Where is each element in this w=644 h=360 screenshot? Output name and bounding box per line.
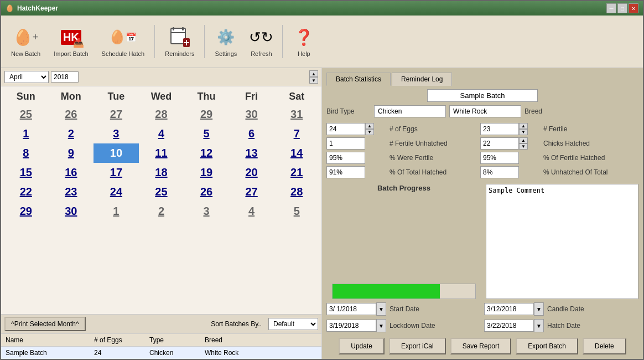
start-date-input[interactable] — [326, 303, 376, 315]
breed-input[interactable] — [449, 105, 521, 117]
cal-day[interactable]: 27 — [94, 105, 139, 124]
cal-day[interactable]: 13 — [229, 143, 274, 163]
cal-day[interactable]: 6 — [229, 124, 274, 143]
cal-day[interactable]: 9 — [49, 143, 94, 163]
chicks-hatched-down[interactable]: ▼ — [519, 143, 528, 150]
cal-day[interactable]: 25 — [139, 182, 184, 202]
cal-day[interactable]: 23 — [49, 182, 94, 202]
cal-day[interactable]: 15 — [3, 163, 49, 182]
num-fertile-up[interactable]: ▲ — [519, 123, 528, 129]
cal-day[interactable]: 25 — [3, 105, 49, 124]
cal-day[interactable]: 27 — [229, 182, 274, 202]
cal-day[interactable]: 21 — [274, 163, 319, 182]
cal-day[interactable]: 2 — [49, 124, 94, 143]
cal-day[interactable]: 4 — [139, 124, 184, 143]
cal-day[interactable]: 30 — [229, 105, 274, 124]
batch-list-row[interactable]: Sample Batch 24 Chicken White Rock — [1, 347, 321, 359]
reminders-button[interactable]: Reminders — [159, 24, 200, 59]
candle-date-dropdown[interactable]: ▼ — [534, 302, 544, 316]
cal-day[interactable]: 10 — [94, 143, 139, 163]
update-button[interactable]: Update — [339, 338, 385, 354]
cal-day[interactable]: 2 — [139, 202, 184, 221]
cal-day[interactable]: 14 — [274, 143, 319, 163]
num-fertile-spinner: ▲ ▼ — [519, 123, 528, 135]
settings-label: Settings — [215, 50, 237, 57]
hatch-date-dropdown[interactable]: ▼ — [534, 319, 544, 332]
month-select[interactable]: JanuaryFebruaryMarch AprilMayJune JulyAu… — [4, 71, 49, 83]
cal-day[interactable]: 19 — [184, 163, 229, 182]
cal-day[interactable]: 22 — [3, 182, 49, 202]
delete-button[interactable]: Delete — [583, 338, 626, 354]
start-date-dropdown[interactable]: ▼ — [376, 302, 386, 316]
num-eggs-up[interactable]: ▲ — [365, 123, 374, 129]
hatch-date-input[interactable] — [484, 320, 534, 332]
cal-day[interactable]: 11 — [139, 143, 184, 163]
cal-day[interactable]: 30 — [49, 202, 94, 221]
num-fertile-input[interactable] — [480, 123, 519, 135]
cal-day[interactable]: 29 — [184, 105, 229, 124]
chicks-hatched-input[interactable] — [480, 137, 519, 150]
new-batch-button[interactable]: 🥚+ New Batch — [6, 24, 46, 59]
pct-fertile-input[interactable] — [326, 152, 365, 164]
num-eggs-input[interactable] — [326, 123, 365, 135]
tab-batch-statistics[interactable]: Batch Statistics — [326, 73, 391, 86]
cal-day[interactable]: 1 — [94, 202, 139, 221]
cal-day[interactable]: 20 — [229, 163, 274, 182]
lockdown-date-dropdown[interactable]: ▼ — [376, 319, 386, 332]
calendar-nav-down[interactable]: ▼ — [309, 77, 318, 84]
schedule-hatch-button[interactable]: 🥚📅 Schedule Hatch — [96, 24, 150, 59]
maximize-button[interactable]: □ — [617, 3, 627, 13]
pct-fertile-input-wrap — [326, 152, 376, 164]
candle-date-input[interactable] — [484, 303, 534, 315]
cal-day[interactable]: 29 — [3, 202, 49, 221]
export-ical-button[interactable]: Export iCal — [389, 338, 446, 354]
cal-day[interactable]: 18 — [139, 163, 184, 182]
cal-day[interactable]: 31 — [274, 105, 319, 124]
cal-day[interactable]: 17 — [94, 163, 139, 182]
tab-reminder-log[interactable]: Reminder Log — [392, 73, 452, 86]
batch-eggs-cell: 24 — [94, 349, 149, 357]
year-input[interactable] — [51, 71, 79, 83]
sort-select[interactable]: Default Name Date Eggs — [268, 318, 318, 330]
lockdown-date-input[interactable] — [326, 320, 376, 332]
cal-day[interactable]: 3 — [94, 124, 139, 143]
save-report-button[interactable]: Save Report — [450, 338, 512, 354]
cal-day[interactable]: 24 — [94, 182, 139, 202]
print-month-button[interactable]: ^Print Selected Month^ — [4, 317, 86, 331]
help-button[interactable]: ❓ Help — [287, 24, 320, 59]
export-batch-button[interactable]: Export Batch — [516, 338, 578, 354]
cal-day[interactable]: 8 — [3, 143, 49, 163]
chicks-hatched-up[interactable]: ▲ — [519, 137, 528, 143]
refresh-button[interactable]: ↺↻ Refresh — [245, 24, 278, 59]
pct-fertile-hatched-input[interactable] — [480, 152, 519, 164]
cal-day[interactable]: 26 — [184, 182, 229, 202]
pct-total-hatched-input[interactable] — [326, 166, 365, 178]
col-breed: Breed — [205, 336, 317, 344]
cal-day[interactable]: 28 — [274, 182, 319, 202]
calendar-nav-up[interactable]: ▲ — [309, 70, 318, 77]
minimize-button[interactable]: ─ — [606, 3, 616, 13]
fertile-unhatched-label: # Fertile Unhatched — [389, 140, 478, 147]
cal-day[interactable]: 28 — [139, 105, 184, 124]
bird-type-input[interactable] — [374, 105, 446, 117]
num-eggs-down[interactable]: ▼ — [365, 129, 374, 135]
num-fertile-down[interactable]: ▼ — [519, 129, 528, 135]
cal-day[interactable]: 7 — [274, 124, 319, 143]
cal-day[interactable]: 3 — [184, 202, 229, 221]
pct-unhatched-input[interactable] — [480, 166, 519, 178]
comment-textarea[interactable]: Sample Comment — [486, 184, 638, 299]
cal-day[interactable]: 5 — [184, 124, 229, 143]
cal-day[interactable]: 26 — [49, 105, 94, 124]
cal-day[interactable]: 1 — [3, 124, 49, 143]
import-batch-button[interactable]: HK 📥 Import Batch — [48, 24, 94, 59]
cal-day[interactable]: 5 — [274, 202, 319, 221]
cal-day[interactable]: 4 — [229, 202, 274, 221]
pct-fertile-hatched-input-wrap — [480, 152, 530, 164]
cal-day[interactable]: 12 — [184, 143, 229, 163]
cal-day[interactable]: 16 — [49, 163, 94, 182]
settings-button[interactable]: ⚙️ Settings — [209, 24, 242, 59]
fertile-unhatched-input[interactable] — [326, 137, 365, 150]
batch-name-input[interactable] — [427, 89, 538, 102]
lockdown-date-label: Lockdown Date — [389, 322, 456, 330]
close-button[interactable]: ✕ — [629, 3, 638, 13]
